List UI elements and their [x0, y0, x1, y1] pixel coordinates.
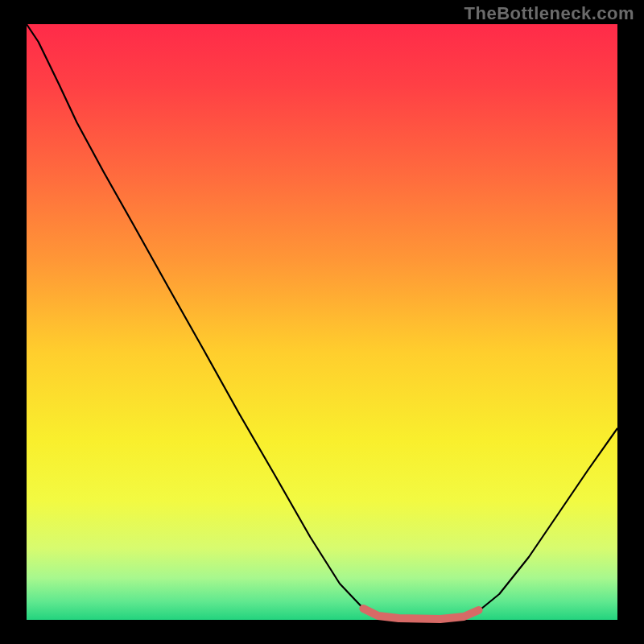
chart-container: TheBottleneck.com — [0, 0, 644, 644]
plot-background — [27, 24, 617, 620]
watermark-text: TheBottleneck.com — [464, 3, 634, 24]
bottleneck-chart — [0, 0, 644, 644]
